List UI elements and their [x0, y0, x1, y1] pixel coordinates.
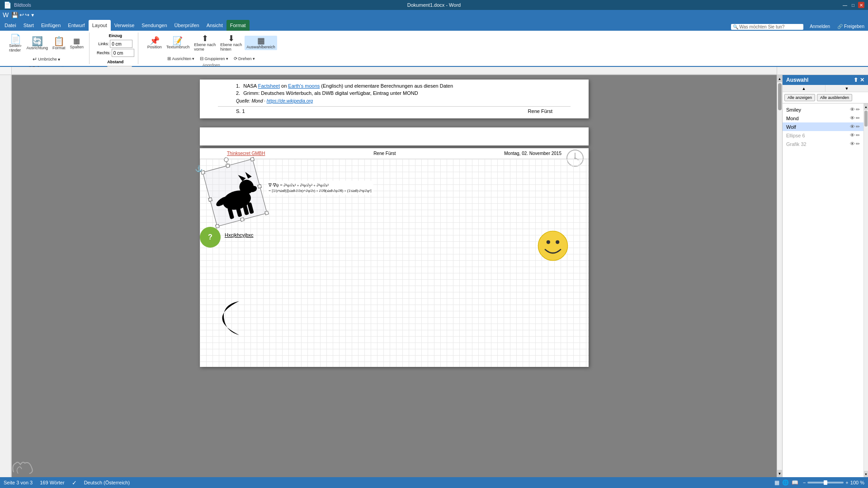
position-btn[interactable]: 📌 Position: [146, 36, 164, 50]
search-label: Was möchten Sie tun?: [739, 24, 784, 29]
ellipse6-visible-icon[interactable]: 👁: [850, 132, 855, 138]
grafik32-visible-icon[interactable]: 👁: [850, 141, 855, 147]
links-input[interactable]: [110, 40, 132, 48]
tab-ansicht[interactable]: Ansicht: [203, 20, 226, 31]
words-info: 169 Wörter: [40, 480, 64, 485]
panel-content: Smiley 👁 ✏ Mond 👁 ✏ Wolf: [783, 103, 868, 477]
wolf-edit-icon[interactable]: ✏: [856, 124, 860, 130]
tab-einfuegen[interactable]: Einfügen: [38, 20, 64, 31]
company-link[interactable]: Thinksecret GMBH: [227, 151, 265, 156]
tab-entwurf[interactable]: Entwurf: [64, 20, 88, 31]
zoom-slider[interactable]: [807, 482, 844, 483]
wolf-visible-icon[interactable]: 👁: [850, 124, 855, 130]
ebene-vorne-btn[interactable]: ⬆ Ebene nachvorne: [192, 33, 217, 52]
title-bar: 📄 Bildtools Dokument1.docx - Word — □ ✕: [0, 0, 868, 10]
alle-anzeigen-btn[interactable]: Alle anzeigen: [784, 94, 815, 101]
panel-item-grafik32[interactable]: Grafik 32 👁 ✏: [783, 140, 863, 148]
panel-expand-btn[interactable]: ⬆: [854, 77, 858, 83]
panel-scroll-up[interactable]: ▲: [864, 103, 868, 110]
panel-scroll-thumb[interactable]: [864, 111, 868, 127]
redo-qa-btn[interactable]: ↪: [25, 12, 29, 18]
tab-ueberpruefen[interactable]: Überprüfen: [171, 20, 203, 31]
textumbruch-btn[interactable]: 📝 Textumbruch: [165, 36, 192, 50]
qa-dropdown-btn[interactable]: ▼: [30, 13, 35, 18]
language-info: Deutsch (Österreich): [84, 480, 130, 485]
spalten-btn[interactable]: ▦ Spalten: [68, 37, 86, 50]
alle-ausblenden-btn[interactable]: Alle ausblenden: [817, 94, 852, 101]
tab-verweise[interactable]: Verweise: [111, 20, 138, 31]
panel-close-btn[interactable]: ✕: [860, 77, 864, 83]
moon-crescent[interactable]: [219, 298, 253, 340]
ribbon-group-einzug: Einzug Links: Rechts: Abstand Vor: Nach:…: [93, 33, 138, 64]
seitenraender-btn[interactable]: 📄 Seiten-ränder: [7, 33, 24, 53]
smiley-visible-icon[interactable]: 👁: [850, 107, 855, 113]
minimize-btn[interactable]: —: [842, 2, 848, 8]
save-qa-btn[interactable]: 💾: [11, 12, 19, 19]
pages-scroll[interactable]: 1. NASA Factsheet on Earth's moonsNASA F…: [12, 75, 777, 477]
ausrichten-btn[interactable]: ⊞ Ausrichten ▾: [165, 55, 196, 62]
page1-author: Rene Fürst: [528, 108, 552, 114]
text-hxcjkh[interactable]: Hxcjkhcyjbxc: [225, 232, 254, 238]
undo-qa-btn[interactable]: ↩: [19, 12, 24, 18]
source-url[interactable]: https://de.wikipedia.org: [267, 99, 313, 103]
mond-visible-icon[interactable]: 👁: [850, 115, 855, 121]
scroll-down-btn[interactable]: ▼: [777, 470, 782, 477]
format-btn[interactable]: 📋 Format: [51, 36, 67, 51]
spell-check-icon[interactable]: ✓: [72, 479, 77, 486]
scroll-up-btn[interactable]: ▲: [777, 75, 782, 82]
freigeben-btn[interactable]: 🔗 Freigeben: [835, 23, 867, 30]
auswahlbereich-btn[interactable]: ▦ Auswahlbereich: [245, 36, 277, 50]
view-web-btn[interactable]: 🌐: [781, 479, 790, 487]
right-panel-ruler-space: [777, 67, 863, 75]
status-bar: Seite 3 von 3 169 Wörter ✓ Deutsch (Öste…: [0, 477, 868, 488]
tab-start[interactable]: Start: [20, 20, 38, 31]
mond-edit-icon[interactable]: ✏: [856, 115, 860, 121]
drehen-btn[interactable]: ⟳ Drehen ▾: [232, 55, 257, 62]
ellipse-question: ?: [208, 233, 212, 241]
close-btn[interactable]: ✕: [858, 2, 864, 8]
tab-datei[interactable]: Datei: [1, 20, 20, 31]
panel-item-smiley[interactable]: Smiley 👁 ✏: [783, 105, 863, 114]
ausrichtung-btn[interactable]: 🔄 Ausrichtung: [25, 36, 50, 51]
ebene-hinten-btn[interactable]: ⬇ Ebene nachhinten: [218, 33, 244, 52]
view-print-btn[interactable]: ▦: [774, 479, 780, 487]
grafik32-edit-icon[interactable]: ✏: [856, 141, 860, 147]
zoom-in-btn[interactable]: +: [845, 480, 848, 485]
page1-list-item-2: 2. Grimm: Deutsches Wörterbuch, als DWB …: [236, 90, 552, 96]
green-ellipse[interactable]: ?: [200, 227, 221, 248]
ellipse6-edit-icon[interactable]: ✏: [856, 132, 860, 138]
svg-rect-0: [12, 67, 777, 75]
maximize-btn[interactable]: □: [850, 2, 856, 8]
zoom-area: − + 100 %: [803, 480, 864, 485]
svg-point-21: [556, 240, 559, 244]
panel-item-wolf[interactable]: Wolf 👁 ✏: [783, 122, 863, 131]
zoom-out-btn[interactable]: −: [803, 480, 806, 485]
anmelden-btn[interactable]: Anmelden: [807, 23, 833, 30]
page-3: Thinksecret GMBH Rene Fürst Montag, 02. …: [200, 148, 589, 367]
gruppieren-btn[interactable]: ⊟ Gruppieren ▾: [198, 55, 230, 62]
panel-scroll-down[interactable]: ▼: [864, 471, 868, 477]
umbrueche-btn[interactable]: ↵ Umbrüche ▾: [31, 55, 62, 63]
document-area: 1. NASA Factsheet on Earth's moonsNASA F…: [12, 75, 777, 477]
tab-layout[interactable]: Layout: [89, 20, 111, 31]
svg-marker-12: [245, 171, 252, 179]
zoom-level[interactable]: 100 %: [850, 480, 864, 485]
status-right: ▦ 🌐 📖 − + 100 %: [774, 479, 864, 487]
smiley-edit-icon[interactable]: ✏: [856, 107, 860, 113]
panel-scroll-up-btn[interactable]: ▲: [783, 85, 826, 92]
panel-scroll-down-btn[interactable]: ▼: [826, 85, 868, 92]
smiley-face[interactable]: [538, 230, 568, 261]
view-read-btn[interactable]: 📖: [791, 479, 799, 487]
panel-title: Auswahl: [786, 77, 808, 83]
source-line: Quelle: Mond · https://de.wikipedia.org: [236, 99, 552, 103]
panel-item-ellipse6[interactable]: Ellipse 6 👁 ✏: [783, 131, 863, 140]
panel-item-mond[interactable]: Mond 👁 ✏: [783, 114, 863, 122]
page3-header: Thinksecret GMBH Rene Fürst Montag, 02. …: [200, 148, 589, 159]
page-gap-1: [200, 121, 589, 125]
tab-sendungen[interactable]: Sendungen: [138, 20, 170, 31]
main-scrollbar[interactable]: ▲ ▼: [777, 75, 782, 477]
tab-format[interactable]: Format: [226, 20, 250, 31]
scroll-thumb[interactable]: [778, 83, 782, 110]
scrollbar-ruler-space: [863, 67, 868, 75]
rechts-input[interactable]: [112, 49, 134, 57]
